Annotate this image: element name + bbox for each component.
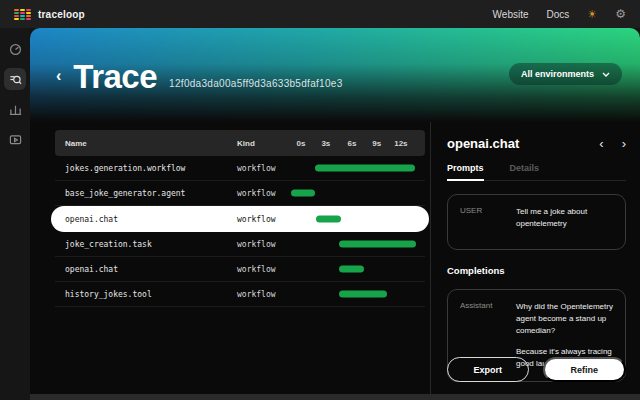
duration-bar (339, 266, 364, 273)
sidebar-item-traces[interactable] (4, 68, 26, 90)
detail-header: openai.chat ‹ › (447, 136, 626, 151)
span-row-selected[interactable]: openai.chat workflow (51, 206, 429, 232)
span-kind: workflow (237, 215, 291, 224)
column-header-name: Name (65, 139, 237, 148)
duration-bar (339, 291, 387, 298)
span-row[interactable]: history_jokes.tool workflow (55, 282, 425, 307)
app-window: traceloop Website Docs ☀ ⚙ (0, 0, 640, 400)
completion-line: Why did the Opentelemetry agent become a… (516, 301, 613, 337)
span-kind: workflow (237, 189, 291, 198)
timeline-tick: 12s (394, 139, 407, 148)
prompt-card: USER Tell me a joke about opentelemetry (447, 194, 626, 250)
sidebar-item-dashboard[interactable] (4, 38, 26, 60)
span-name: jokes.generation.workflow (65, 164, 237, 173)
tab-details[interactable]: Details (510, 163, 540, 180)
main-content: ‹ Trace 12f0da3da00a5ff9d3a633b5dfaf10e3… (30, 28, 640, 400)
refine-button[interactable]: Refine (543, 357, 627, 382)
span-kind: workflow (237, 164, 291, 173)
bottom-scrollbar[interactable] (30, 394, 640, 400)
back-button[interactable]: ‹ (56, 68, 61, 86)
traceloop-logo-icon (14, 9, 31, 20)
span-name: base_joke_generator.agent (65, 189, 237, 198)
sidebar (0, 28, 30, 400)
timeline-tick: 6s (348, 139, 357, 148)
timeline-tick: 3s (321, 139, 330, 148)
playground-player-icon (9, 133, 22, 146)
table-header: Name Kind 0s 3s 6s 9s 12s (55, 130, 425, 156)
duration-bar (316, 216, 342, 223)
prompt-role-label: USER (460, 206, 504, 238)
span-detail-panel: openai.chat ‹ › Prompts Details USER Tel… (431, 122, 640, 394)
next-span-button[interactable]: › (622, 137, 626, 150)
export-button[interactable]: Export (447, 357, 529, 382)
span-name: joke_creation.task (65, 240, 237, 249)
column-header-kind: Kind (237, 139, 291, 148)
traces-search-icon (9, 73, 22, 86)
chevron-down-icon (602, 72, 610, 77)
timeline-tick: 9s (372, 139, 381, 148)
settings-gear-icon[interactable]: ⚙ (615, 8, 626, 20)
environment-dropdown-label: All environments (521, 69, 594, 79)
page-title: Trace (73, 58, 157, 96)
timeline-axis: 0s 3s 6s 9s 12s (291, 130, 425, 156)
environment-dropdown[interactable]: All environments (509, 63, 622, 85)
trace-header: ‹ Trace 12f0da3da00a5ff9d3a633b5dfaf10e3… (30, 28, 640, 122)
span-name: openai.chat (65, 215, 237, 224)
duration-bar (339, 241, 415, 248)
website-link[interactable]: Website (493, 9, 529, 20)
timeline-tick: 0s (297, 139, 306, 148)
dashboard-gauge-icon (9, 43, 22, 56)
span-kind: workflow (237, 265, 291, 274)
brand-name: traceloop (38, 9, 85, 20)
detail-tabs: Prompts Details (447, 163, 626, 181)
completions-heading: Completions (447, 265, 626, 276)
detail-title: openai.chat (447, 136, 519, 151)
span-row[interactable]: joke_creation.task workflow (55, 232, 425, 257)
top-nav: Website Docs ☀ ⚙ (493, 8, 626, 20)
duration-bar (291, 190, 315, 197)
span-row[interactable]: jokes.generation.workflow workflow (55, 156, 425, 181)
span-navigation: ‹ › (599, 137, 626, 150)
docs-link[interactable]: Docs (547, 9, 570, 20)
duration-bar (315, 165, 415, 172)
sidebar-item-metrics[interactable] (4, 98, 26, 120)
top-bar: traceloop Website Docs ☀ ⚙ (0, 0, 640, 28)
brand[interactable]: traceloop (14, 9, 85, 20)
sidebar-item-playground[interactable] (4, 128, 26, 150)
span-row[interactable]: base_joke_generator.agent workflow (55, 181, 425, 206)
metrics-bar-chart-icon (9, 103, 22, 116)
prev-span-button[interactable]: ‹ (599, 137, 603, 150)
detail-actions: Export Refine (447, 357, 626, 382)
spans-table: Name Kind 0s 3s 6s 9s 12s jokes.generati… (30, 122, 430, 394)
span-name: openai.chat (65, 265, 237, 274)
trace-id: 12f0da3da00a5ff9d3a633b5dfaf10e3 (169, 78, 342, 89)
content-split: Name Kind 0s 3s 6s 9s 12s jokes.generati… (30, 122, 640, 394)
span-row[interactable]: openai.chat workflow (55, 257, 425, 282)
tab-prompts[interactable]: Prompts (447, 163, 484, 181)
span-kind: workflow (237, 240, 291, 249)
span-name: history_jokes.tool (65, 290, 237, 299)
span-kind: workflow (237, 290, 291, 299)
prompt-text: Tell me a joke about opentelemetry (516, 206, 613, 238)
theme-sun-icon[interactable]: ☀ (587, 9, 597, 20)
